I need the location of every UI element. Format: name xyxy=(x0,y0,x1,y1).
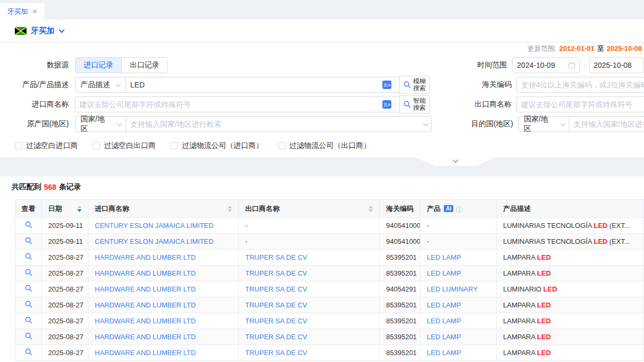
date-cell: 2025-08-27 xyxy=(42,329,88,345)
column-header-importer[interactable]: 进口商名称 xyxy=(88,200,239,218)
info-icon[interactable]: i xyxy=(456,206,463,213)
search-icon xyxy=(25,253,32,260)
filter-checkbox[interactable]: 过滤空白出口商 xyxy=(93,141,156,151)
datasource-import-option[interactable]: 进口记录 xyxy=(76,58,121,73)
exporter-link[interactable]: TRUPER SA DE CV xyxy=(245,269,307,277)
destination-input[interactable] xyxy=(574,120,644,128)
checkbox-icon[interactable] xyxy=(278,142,285,149)
collapse-chevron-icon xyxy=(452,159,459,163)
product-link[interactable]: LED LAMP xyxy=(427,333,461,341)
view-record-button[interactable] xyxy=(25,332,32,340)
product-link[interactable]: LED LAMP xyxy=(427,301,461,309)
importer-link[interactable]: HARDWARE AND LUMBER LTD xyxy=(95,285,196,293)
importer-link[interactable]: HARDWARE AND LUMBER LTD xyxy=(95,349,196,357)
sort-control-exporter[interactable] xyxy=(369,206,373,212)
checkbox-label: 过滤物流公司（进口商） xyxy=(182,141,263,151)
product-link[interactable]: LED LAMP xyxy=(427,269,461,277)
hs-code-label: 海关编码 xyxy=(430,80,512,90)
product-link[interactable]: LED LAMP xyxy=(427,317,461,325)
sort-control-importer[interactable] xyxy=(228,206,232,212)
checkbox-icon[interactable] xyxy=(93,142,100,149)
importer-link[interactable]: CENTURY ESLON JAMAICA LIMITED xyxy=(95,237,213,245)
column-header-exporter[interactable]: 出口商名称 xyxy=(239,200,380,218)
origin-input[interactable] xyxy=(130,120,420,128)
view-record-button[interactable] xyxy=(25,301,32,308)
view-record-button[interactable] xyxy=(25,253,32,260)
product-link[interactable]: - xyxy=(427,222,429,229)
importer-link[interactable]: HARDWARE AND LUMBER LTD xyxy=(95,333,196,341)
importer-input[interactable] xyxy=(79,100,379,109)
view-record-button[interactable] xyxy=(25,285,32,292)
checkbox-icon[interactable] xyxy=(171,142,178,149)
search-icon xyxy=(25,316,32,324)
view-cell xyxy=(15,266,42,281)
view-record-button[interactable] xyxy=(25,348,32,356)
importer-link[interactable]: HARDWARE AND LUMBER LTD xyxy=(95,317,196,325)
exporter-link[interactable]: TRUPER SA DE CV xyxy=(245,253,307,261)
importer-link[interactable]: HARDWARE AND LUMBER LTD xyxy=(95,269,196,277)
destination-input-wrap xyxy=(569,116,644,132)
hs-code-cell: 85395201 xyxy=(380,297,421,313)
view-cell xyxy=(15,345,42,361)
results-summary: 共匹配到 568 条记录 xyxy=(12,181,644,193)
product-link[interactable]: LED LAMP xyxy=(427,349,461,357)
exporter-input[interactable] xyxy=(521,100,644,109)
table-row: 2025-08-27 HARDWARE AND LUMBER LTD TRUPE… xyxy=(15,250,644,266)
country-name: 牙买加 xyxy=(31,26,55,36)
checkbox-icon[interactable] xyxy=(15,142,22,149)
view-record-button[interactable] xyxy=(25,269,32,276)
filter-checkbox[interactable]: 过滤空白进口商 xyxy=(15,141,78,151)
table-row: 2025-09-11 CENTURY ESLON JAMAICA LIMITED… xyxy=(15,234,644,250)
filter-checkbox[interactable]: 过滤物流公司（出口商） xyxy=(278,141,371,151)
fuzzy-search-button[interactable]: 模糊搜索 xyxy=(399,76,430,94)
date-to-input[interactable]: 2025-10-08 xyxy=(589,57,644,73)
smart-search-button[interactable]: 智能搜索 xyxy=(399,95,430,113)
exporter-input-wrap xyxy=(516,96,644,112)
search-icon xyxy=(25,237,32,244)
hs-code-cell: 85395201 xyxy=(380,266,421,281)
calendar-icon xyxy=(568,62,575,69)
exporter-link[interactable]: TRUPER SA DE CV xyxy=(245,285,307,293)
exporter-link[interactable]: - xyxy=(245,237,247,245)
product-type-select[interactable]: 产品描述 xyxy=(75,77,126,93)
description-cell: LUMINARIO LED xyxy=(497,281,644,297)
origin-type-select[interactable]: 国家/地区 xyxy=(75,116,126,132)
collapse-handle[interactable] xyxy=(416,157,495,166)
translate-icon[interactable]: 文A xyxy=(382,81,391,89)
view-record-button[interactable] xyxy=(25,221,32,228)
product-link[interactable]: LED LAMP xyxy=(427,253,461,261)
column-header-date[interactable]: 日期 xyxy=(42,200,88,218)
filter-checkbox-row: 过滤空白进口商 过滤空白出口商 过滤物流公司（进口商） 过滤物流公司（出口商） xyxy=(15,139,644,152)
exporter-link[interactable]: TRUPER SA DE CV xyxy=(245,349,307,357)
datasource-export-option[interactable]: 出口记录 xyxy=(121,58,167,73)
view-cell xyxy=(15,297,42,313)
origin-label: 原产国(地区) xyxy=(0,119,69,129)
importer-link[interactable]: HARDWARE AND LUMBER LTD xyxy=(95,301,196,309)
tab-close-icon[interactable]: ✕ xyxy=(32,8,37,15)
exporter-link[interactable]: TRUPER SA DE CV xyxy=(245,333,307,341)
destination-type-select[interactable]: 国家/地区 xyxy=(518,116,569,132)
hs-code-input[interactable] xyxy=(521,81,644,89)
product-link[interactable]: LED LUMINARY xyxy=(427,285,478,293)
translate-icon[interactable]: 文A xyxy=(382,100,391,109)
view-record-button[interactable] xyxy=(25,316,32,324)
product-input[interactable] xyxy=(130,81,379,89)
filter-checkbox[interactable]: 过滤物流公司（进口商） xyxy=(171,141,263,151)
importer-link[interactable]: CENTURY ESLON JAMAICA LIMITED xyxy=(95,222,213,229)
exporter-link[interactable]: - xyxy=(245,222,247,229)
date-from-input[interactable]: 2024-10-09 xyxy=(512,57,580,73)
destination-label: 目的国(地区) xyxy=(432,119,513,129)
country-chevron-down-icon[interactable] xyxy=(59,27,65,33)
exporter-link[interactable]: TRUPER SA DE CV xyxy=(245,317,307,325)
exporter-link[interactable]: TRUPER SA DE CV xyxy=(245,301,307,309)
product-link[interactable]: - xyxy=(427,237,429,245)
filter-row-origin: 原产国(地区) 国家/地区 目的国(地区) 国家/地区 xyxy=(0,116,644,132)
tab-jamaica[interactable]: 牙买加 ✕ xyxy=(0,3,44,20)
importer-link[interactable]: HARDWARE AND LUMBER LTD xyxy=(95,253,196,261)
search-icon xyxy=(25,348,32,356)
search-icon xyxy=(25,269,32,276)
hs-code-cell: 85395201 xyxy=(380,250,421,266)
view-record-button[interactable] xyxy=(25,237,32,244)
checkbox-label: 过滤空白出口商 xyxy=(104,141,156,151)
sort-control-date[interactable] xyxy=(77,206,82,212)
